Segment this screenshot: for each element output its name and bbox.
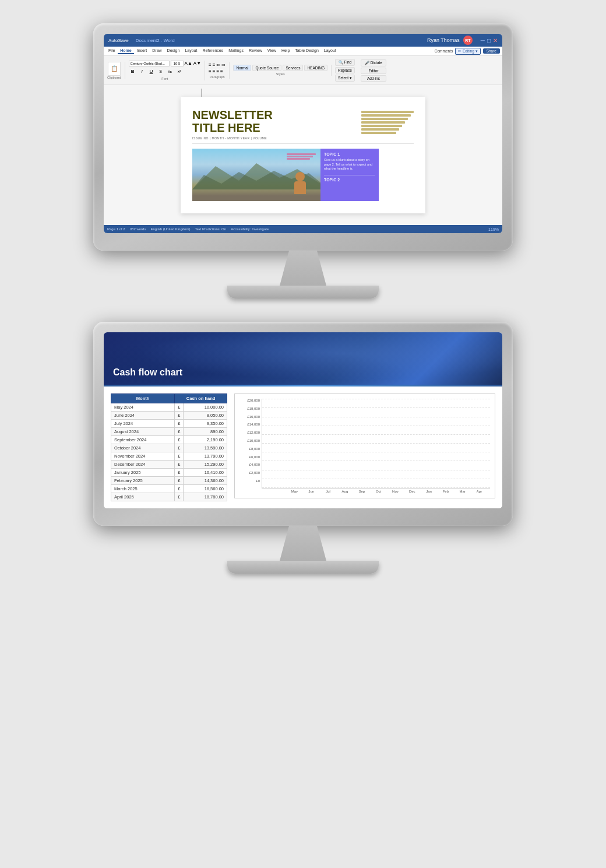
cell-pound: £: [175, 461, 184, 469]
col-header-month: Month: [111, 394, 175, 403]
style-quotesource[interactable]: Quote Source: [252, 65, 281, 71]
shrink-font-button[interactable]: A▼: [193, 61, 201, 66]
menu-tabledesign[interactable]: Table Design: [293, 48, 320, 54]
indent-increase-button[interactable]: ⇒: [221, 62, 226, 68]
cell-amount: 16,560.00: [184, 485, 227, 493]
cell-pound: £: [175, 493, 184, 501]
word-titlebar: AutoSave Document2 - Word Ryan Thomas RT…: [104, 34, 502, 47]
paste-button[interactable]: 📋: [108, 62, 121, 76]
nl-line-3: [361, 118, 408, 120]
menu-help[interactable]: Help: [279, 48, 292, 54]
superscript-button[interactable]: x²: [175, 68, 184, 76]
page-count: Page 1 of 2: [107, 227, 125, 231]
table-row: December 2024 £ 15,290.00: [111, 461, 227, 469]
subscript-button[interactable]: x₂: [166, 68, 174, 76]
align-right-button[interactable]: ≡: [216, 69, 219, 74]
menu-references[interactable]: References: [200, 48, 226, 54]
y-axis-label: £12,000: [239, 431, 262, 434]
justify-button[interactable]: ≡: [220, 69, 223, 74]
indent-decrease-button[interactable]: ⇐: [216, 62, 220, 68]
y-axis-label: £16,000: [239, 415, 262, 419]
chart-x-axis: MayJunJulAugSepOctNovDecJanFebMarApr: [284, 489, 490, 493]
cell-pound: £: [175, 403, 184, 412]
nl-line-2: [361, 114, 411, 117]
editing-button[interactable]: ✏ Editing ▾: [455, 48, 481, 55]
x-axis-label: Jul: [320, 490, 337, 493]
cell-pound: £: [175, 469, 184, 477]
menu-insert[interactable]: Insert: [135, 48, 150, 54]
bottom-monitor-bezel: Cash flow chart Month Cash on hand: [93, 322, 513, 526]
font-name-input[interactable]: [129, 61, 170, 66]
y-axis-label: £6,000: [239, 455, 262, 459]
menu-tabs: File Home Insert Draw Design Layout Refe…: [106, 48, 339, 54]
maximize-icon[interactable]: □: [487, 37, 491, 44]
editor-button[interactable]: Editor: [361, 68, 386, 74]
menu-view[interactable]: View: [265, 48, 279, 54]
overlay-line-1: [287, 153, 316, 155]
dictate-button[interactable]: 🎤 Dictate: [361, 59, 386, 66]
y-axis-label: £20,000: [239, 399, 262, 402]
menu-design[interactable]: Design: [165, 48, 182, 54]
grow-font-button[interactable]: A▲: [185, 61, 192, 66]
top-monitor-bezel: AutoSave Document2 - Word Ryan Thomas RT…: [93, 23, 513, 251]
y-axis-label: £10,000: [239, 439, 262, 442]
style-heading[interactable]: HEADING: [304, 65, 327, 71]
underline-button[interactable]: U: [147, 68, 156, 76]
minimize-icon[interactable]: ─: [481, 37, 485, 44]
x-axis-label: Apr: [471, 490, 488, 493]
addins-button[interactable]: Add-ins: [361, 75, 386, 82]
cell-amount: 14,360.00: [184, 477, 227, 485]
menu-draw[interactable]: Draw: [150, 48, 164, 54]
table-row: July 2024 £ 9,350.00: [111, 420, 227, 428]
cell-month: August 2024: [111, 428, 175, 436]
menu-file[interactable]: File: [106, 48, 117, 54]
chart-plot-area: [262, 399, 490, 489]
table-row: February 2025 £ 14,360.00: [111, 477, 227, 485]
menu-home[interactable]: Home: [118, 48, 133, 54]
share-button[interactable]: Share: [483, 48, 500, 54]
cell-month: November 2024: [111, 452, 175, 461]
select-button[interactable]: Select ▾: [335, 75, 355, 82]
font-size-input[interactable]: [171, 61, 184, 66]
find-button[interactable]: 🔍 Find: [335, 59, 355, 66]
bottom-monitor-stand-neck: [280, 526, 326, 561]
image-text-overlay: [287, 153, 316, 160]
table-row: May 2024 £ 10,000.00: [111, 403, 227, 412]
window-controls[interactable]: ─ □ ✕: [481, 37, 498, 44]
y-axis-label: £18,000: [239, 407, 262, 410]
y-axis-label: £8,000: [239, 447, 262, 451]
statusbar-right: 119%: [488, 227, 499, 231]
menu-mailings[interactable]: Mailings: [226, 48, 246, 54]
bold-button[interactable]: B: [129, 68, 137, 76]
cell-pound: £: [175, 477, 184, 485]
cell-amount: 10,000.00: [184, 403, 227, 412]
align-center-button[interactable]: ≡: [213, 69, 216, 74]
y-axis-label: £14,000: [239, 423, 262, 426]
align-left-button[interactable]: ≡: [209, 69, 212, 74]
ribbon-font-group: A▲ A▼ B I U S x₂ x² Font: [129, 61, 206, 80]
table-row: October 2024 £ 13,590.00: [111, 444, 227, 452]
menu-layout[interactable]: Layout: [182, 48, 199, 54]
style-services[interactable]: Services: [283, 65, 303, 71]
word-screen: AutoSave Document2 - Word Ryan Thomas RT…: [104, 34, 502, 233]
newsletter-image-row: TOPIC 1 Give us a blurb about a story on…: [192, 149, 414, 201]
ribbon-services: 🎤 Dictate Editor Add-ins: [361, 59, 386, 82]
x-axis-label: Feb: [437, 490, 454, 493]
table-row: January 2025 £ 16,410.00: [111, 469, 227, 477]
replace-button[interactable]: Replace: [335, 67, 355, 73]
cell-month: March 2025: [111, 485, 175, 493]
cell-month: December 2024: [111, 461, 175, 469]
nl-line-6: [361, 128, 399, 131]
col-header-cash: Cash on hand: [175, 394, 227, 403]
italic-button[interactable]: I: [138, 68, 146, 76]
comments-button[interactable]: Comments: [435, 49, 453, 53]
numbering-button[interactable]: ≡: [213, 62, 216, 68]
cell-pound: £: [175, 436, 184, 444]
strikethrough-button[interactable]: S: [157, 68, 165, 76]
newsletter-title-block: NEWSLETTER TITLE HERE ISSUE NO | MONTH -…: [192, 108, 355, 140]
style-normal[interactable]: Normal: [233, 65, 251, 71]
menu-tablelayout[interactable]: Layout: [322, 48, 339, 54]
menu-review[interactable]: Review: [246, 48, 265, 54]
close-icon[interactable]: ✕: [493, 37, 498, 44]
bullets-button[interactable]: ≡: [209, 62, 212, 68]
